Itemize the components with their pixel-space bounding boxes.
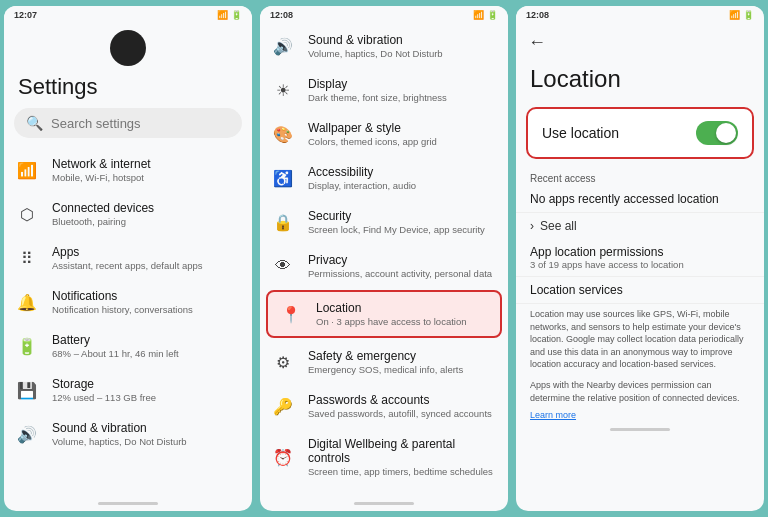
list-item[interactable]: ⬡ Connected devices Bluetooth, pairing xyxy=(4,192,252,236)
search-icon: 🔍 xyxy=(26,115,43,131)
camera-notch xyxy=(110,30,146,66)
sound-icon: 🔊 xyxy=(272,35,294,57)
passwords-icon: 🔑 xyxy=(272,395,294,417)
list-item[interactable]: 🔊 Sound & vibration Volume, haptics, Do … xyxy=(4,412,252,456)
search-input[interactable] xyxy=(51,116,230,131)
bluetooth-icon: ⬡ xyxy=(16,203,38,225)
list-item[interactable]: 💾 Storage 12% used – 113 GB free xyxy=(4,368,252,412)
time-2: 12:08 xyxy=(270,10,293,20)
panel-2-settings: 12:08 📶 🔋 🔊 Sound & vibration Volume, ha… xyxy=(260,6,508,511)
list-item[interactable]: 🔊 Sound & vibration Volume, haptics, Do … xyxy=(260,24,508,68)
storage-icon: 💾 xyxy=(16,379,38,401)
apps-icon: ⠿ xyxy=(16,247,38,269)
recent-access-label: Recent access xyxy=(516,169,764,186)
display-icon: ☀ xyxy=(272,79,294,101)
list-item[interactable]: ⏰ Digital Wellbeing & parental controls … xyxy=(260,428,508,486)
list-item[interactable]: ☀ Display Dark theme, font size, brightn… xyxy=(260,68,508,112)
list-item[interactable]: ⚙ Safety & emergency Emergency SOS, medi… xyxy=(260,340,508,384)
location-icon: 📍 xyxy=(280,303,302,325)
use-location-label: Use location xyxy=(542,125,619,141)
status-icons-3: 📶 🔋 xyxy=(729,10,754,20)
list-item[interactable]: 🔔 Notifications Notification history, co… xyxy=(4,280,252,324)
status-bar-1: 12:07 📶 🔋 xyxy=(4,6,252,24)
list-item[interactable]: 🔋 Battery 68% – About 11 hr, 46 min left xyxy=(4,324,252,368)
learn-more-link[interactable]: Learn more xyxy=(516,408,764,422)
location-services-desc: Location may use sources like GPS, Wi-Fi… xyxy=(516,304,764,375)
accessibility-icon: ♿ xyxy=(272,167,294,189)
list-item[interactable]: 👁 Privacy Permissions, account activity,… xyxy=(260,244,508,288)
battery-icon: 🔋 xyxy=(16,335,38,357)
wellbeing-icon: ⏰ xyxy=(272,446,294,468)
time-3: 12:08 xyxy=(526,10,549,20)
search-bar[interactable]: 🔍 xyxy=(14,108,242,138)
sound-icon: 🔊 xyxy=(16,423,38,445)
list-item[interactable]: G Google Services & preferences xyxy=(260,486,508,496)
no-apps-item: No apps recently accessed location xyxy=(516,186,764,213)
location-header: ← xyxy=(516,24,764,61)
bottom-bar xyxy=(98,502,158,505)
status-icons-1: 📶 🔋 xyxy=(217,10,242,20)
panel-3-location: 12:08 📶 🔋 ← Location Use location Recent… xyxy=(516,6,764,511)
list-item[interactable]: 📶 Network & internet Mobile, Wi-Fi, hots… xyxy=(4,148,252,192)
time-1: 12:07 xyxy=(14,10,37,20)
toggle-knob xyxy=(716,123,736,143)
use-location-card[interactable]: Use location xyxy=(526,107,754,159)
status-bar-2: 12:08 📶 🔋 xyxy=(260,6,508,24)
location-toggle[interactable] xyxy=(696,121,738,145)
list-item[interactable]: 🔑 Passwords & accounts Saved passwords, … xyxy=(260,384,508,428)
bottom-bar xyxy=(610,428,670,431)
list-item[interactable]: ♿ Accessibility Display, interaction, au… xyxy=(260,156,508,200)
see-all-label: See all xyxy=(540,219,577,233)
app-permissions-item[interactable]: App location permissions 3 of 19 apps ha… xyxy=(516,239,764,277)
wallpaper-icon: 🎨 xyxy=(272,123,294,145)
chevron-icon: › xyxy=(530,219,534,233)
see-all-row[interactable]: › See all xyxy=(516,213,764,239)
status-bar-3: 12:08 📶 🔋 xyxy=(516,6,764,24)
privacy-icon: 👁 xyxy=(272,255,294,277)
settings-list-2: 🔊 Sound & vibration Volume, haptics, Do … xyxy=(260,24,508,496)
status-icons-2: 📶 🔋 xyxy=(473,10,498,20)
location-services-item[interactable]: Location services xyxy=(516,277,764,304)
settings-list-1: 📶 Network & internet Mobile, Wi-Fi, hots… xyxy=(4,148,252,496)
safety-icon: ⚙ xyxy=(272,351,294,373)
back-button[interactable]: ← xyxy=(528,32,546,53)
panel-1-settings: 12:07 📶 🔋 Settings 🔍 📶 Network & interne… xyxy=(4,6,252,511)
list-item[interactable]: ⠿ Apps Assistant, recent apps, default a… xyxy=(4,236,252,280)
location-page-title: Location xyxy=(516,61,764,103)
page-title: Settings xyxy=(4,68,252,108)
list-item[interactable]: 🔒 Security Screen lock, Find My Device, … xyxy=(260,200,508,244)
bottom-bar xyxy=(354,502,414,505)
security-icon: 🔒 xyxy=(272,211,294,233)
wifi-icon: 📶 xyxy=(16,159,38,181)
nearby-devices-text: Apps with the Nearby devices permission … xyxy=(516,375,764,408)
list-item[interactable]: 🎨 Wallpaper & style Colors, themed icons… xyxy=(260,112,508,156)
bell-icon: 🔔 xyxy=(16,291,38,313)
location-item[interactable]: 📍 Location On · 3 apps have access to lo… xyxy=(266,290,502,338)
